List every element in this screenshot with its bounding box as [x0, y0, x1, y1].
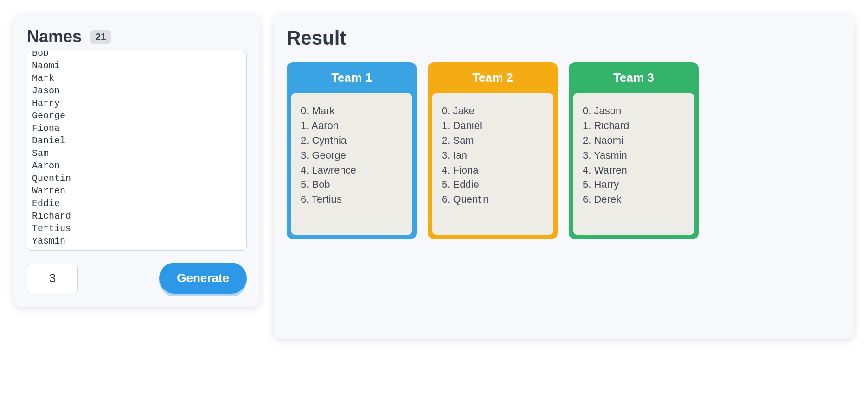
team-body: 0. Jason1. Richard2. Naomi3. Yasmin4. Wa…	[573, 93, 694, 235]
team-member: 1. Aaron	[301, 118, 403, 133]
team-member: 0. Jason	[583, 103, 685, 118]
team-member: 5. Harry	[583, 177, 685, 192]
team-card: Team 20. Jake1. Daniel2. Sam3. Ian4. Fio…	[428, 62, 558, 239]
team-member: 4. Fiona	[442, 163, 544, 178]
team-body: 0. Mark1. Aaron2. Cynthia3. George4. Law…	[291, 93, 412, 235]
team-member: 2. Cynthia	[301, 133, 403, 148]
team-card: Team 10. Mark1. Aaron2. Cynthia3. George…	[287, 62, 417, 239]
team-member: 1. Daniel	[442, 118, 544, 133]
result-panel: Result Team 10. Mark1. Aaron2. Cynthia3.…	[274, 14, 854, 339]
team-header: Team 1	[287, 62, 417, 93]
team-member: 4. Warren	[583, 163, 685, 178]
names-input[interactable]	[27, 51, 247, 251]
team-member: 6. Derek	[583, 192, 685, 207]
team-member: 3. Yasmin	[583, 148, 685, 163]
team-member: 6. Quentin	[442, 192, 544, 207]
generate-button[interactable]: Generate	[159, 263, 247, 294]
teams-container: Team 10. Mark1. Aaron2. Cynthia3. George…	[287, 62, 841, 239]
team-member: 6. Tertius	[301, 192, 403, 207]
names-count-badge: 21	[90, 30, 111, 44]
controls-row: Generate	[27, 263, 247, 294]
team-header: Team 2	[428, 62, 558, 93]
team-member: 0. Mark	[301, 103, 403, 118]
names-panel: Names 21 Generate	[14, 14, 260, 307]
team-member: 5. Eddie	[442, 177, 544, 192]
team-header: Team 3	[569, 62, 699, 93]
names-title: Names	[27, 27, 82, 46]
result-title: Result	[287, 27, 841, 49]
team-member: 2. Naomi	[583, 133, 685, 148]
team-card: Team 30. Jason1. Richard2. Naomi3. Yasmi…	[569, 62, 699, 239]
team-member: 4. Lawrence	[301, 163, 403, 178]
team-body: 0. Jake1. Daniel2. Sam3. Ian4. Fiona5. E…	[432, 93, 553, 235]
team-member: 1. Richard	[583, 118, 685, 133]
team-member: 3. George	[301, 148, 403, 163]
team-member: 3. Ian	[442, 148, 544, 163]
team-member: 2. Sam	[442, 133, 544, 148]
team-member: 0. Jake	[442, 103, 544, 118]
team-count-input[interactable]	[27, 264, 78, 293]
names-header: Names 21	[27, 27, 247, 46]
team-member: 5. Bob	[301, 177, 403, 192]
